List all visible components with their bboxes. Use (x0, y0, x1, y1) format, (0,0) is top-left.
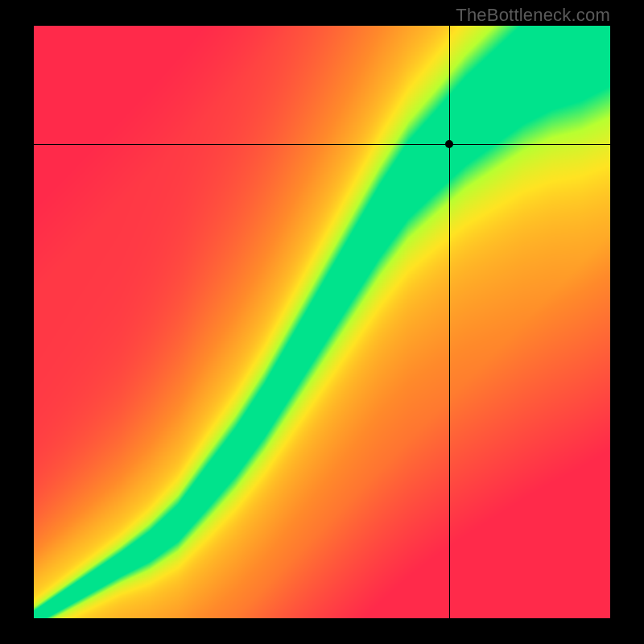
heatmap-canvas (34, 26, 610, 618)
marker-point (445, 140, 453, 148)
crosshair-vertical (449, 26, 450, 618)
watermark-text: TheBottleneck.com (456, 5, 610, 26)
crosshair-horizontal (34, 144, 610, 145)
heatmap-plot (34, 26, 610, 618)
